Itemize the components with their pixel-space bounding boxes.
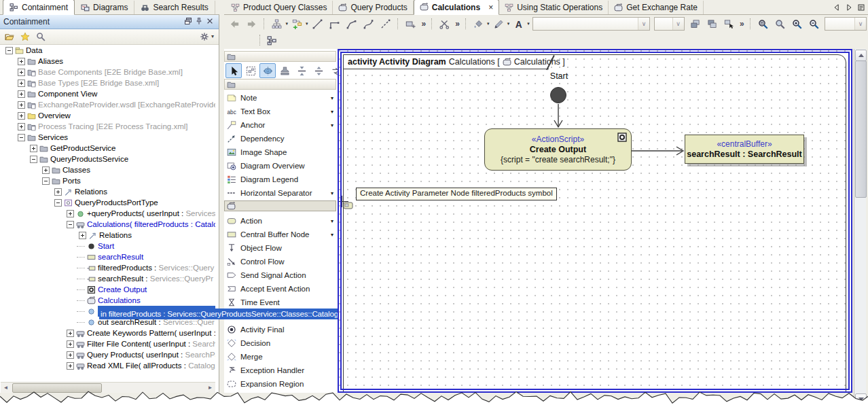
palette-section-tools[interactable]: [224, 51, 336, 62]
fontA-dropdown[interactable]: ▾: [527, 21, 530, 27]
palette-item-dropdown[interactable]: ▾: [331, 122, 333, 128]
bucket-dropdown[interactable]: ▾: [487, 21, 490, 27]
tree-item-aliases[interactable]: Aliases: [1, 56, 215, 67]
action-node-create-output[interactable]: «ActionScript» Create Output {script = "…: [484, 128, 632, 171]
tree-expander[interactable]: [18, 101, 25, 109]
palette-item-control-flow[interactable]: Control Flow: [224, 255, 338, 268]
diagram-canvas[interactable]: activity Activity Diagram Calculations […: [338, 49, 852, 393]
panel-tab-search-results[interactable]: Search Results: [134, 1, 215, 14]
tree-expander[interactable]: [42, 166, 50, 174]
palette-item-decision[interactable]: Decision: [224, 336, 338, 350]
tree-item-queryproducts-userinput[interactable]: +queryProducts( userInput : Services: [1, 208, 215, 219]
palette-item-time-event[interactable]: Time Event: [224, 296, 338, 309]
tree-expander[interactable]: [18, 80, 25, 87]
scrollbar-thumb[interactable]: [855, 60, 867, 198]
scroll-tabs-right-button[interactable]: [845, 2, 853, 12]
tree-expander[interactable]: [67, 351, 74, 359]
nav-fwd-button[interactable]: [244, 16, 259, 32]
tree-expander[interactable]: [67, 221, 74, 228]
tree-item-relations[interactable]: Relations: [1, 230, 215, 241]
select-shape-button[interactable]: [721, 16, 737, 32]
tree-expander[interactable]: [79, 232, 86, 239]
tree-expander[interactable]: [67, 330, 74, 337]
palette-item-image-shape[interactable]: Image Shape: [224, 145, 338, 159]
tree-item-queryproductsporttype[interactable]: QueryProductsPortType: [1, 197, 215, 208]
open-diagram-button[interactable]: [5, 32, 14, 42]
palette-item-note[interactable]: Note▾: [224, 91, 338, 105]
layout-tree-dropdown[interactable]: ▾: [285, 21, 288, 27]
tree-item-overview[interactable]: Overview: [1, 110, 215, 121]
fontA-button[interactable]: A: [511, 16, 526, 32]
line-curve-button[interactable]: [361, 16, 376, 32]
diagram-tab-calculations[interactable]: Calculations×: [414, 0, 499, 15]
tree-expander[interactable]: [18, 134, 25, 141]
tree-expander[interactable]: [67, 362, 74, 370]
tree-item-process-tracing-e2e-process-tracing-xml[interactable]: Process Tracing [E2E Process Tracing.xml…: [1, 121, 215, 132]
palette-item-object-flow[interactable]: Object Flow: [224, 241, 338, 255]
compress-vertical-tool[interactable]: [293, 63, 310, 78]
diagram-tab-get-exchange-rate[interactable]: Get Exchange Rate: [609, 1, 704, 14]
palette-item-dependency[interactable]: Dependency: [224, 132, 338, 145]
scrollbar-thumb[interactable]: [12, 383, 102, 393]
line-oblique-button[interactable]: [344, 16, 359, 32]
central-buffer-node-searchresult[interactable]: «centralBuffer» searchResult : SearchRes…: [685, 135, 804, 164]
tree-item-create-keywords-pattern-userinput[interactable]: Create Keywords Pattern( userInput :: [1, 328, 215, 338]
activity-diagram-frame[interactable]: activity Activity Diagram Calculations […: [343, 54, 846, 393]
favorites-button[interactable]: [20, 32, 30, 42]
settings-button[interactable]: [200, 32, 209, 42]
tree-expander[interactable]: [30, 156, 37, 163]
line-dashed-button[interactable]: [378, 16, 393, 32]
tree-expander[interactable]: [67, 210, 74, 217]
tree-expander[interactable]: [18, 69, 25, 76]
tree-item-relations[interactable]: Relations: [1, 186, 215, 197]
tree-item-base-types-e2e-bridge-base-xml[interactable]: Base Types [E2E Bridge Base.xml]: [1, 77, 215, 88]
palette-item-dropdown[interactable]: ▾: [331, 218, 333, 224]
tree-expander[interactable]: [30, 145, 37, 152]
tree-item-queryproductsservice[interactable]: QueryProductsService: [1, 154, 215, 164]
tree-item-ports[interactable]: Ports: [1, 175, 215, 186]
diagram-tab-query-products[interactable]: Query Products: [333, 1, 413, 14]
palette-item-dropdown[interactable]: ▾: [331, 109, 333, 115]
scroll-down-button[interactable]: [855, 393, 867, 405]
tree-item-query-products-userinput[interactable]: Query Products( userInput : SearchPa: [1, 349, 215, 360]
font-family-combo[interactable]: ∨: [532, 17, 650, 31]
zoom-out-button[interactable]: [806, 16, 822, 32]
layout-tree-button[interactable]: [269, 16, 285, 32]
to-front-button[interactable]: [687, 16, 703, 32]
tree-item-start[interactable]: Start: [1, 241, 215, 251]
palette-item-horizontal-separator[interactable]: Horizontal Separator▾: [224, 186, 338, 200]
font-family-combo-arrow[interactable]: ∨: [638, 18, 649, 30]
pen-button[interactable]: [490, 16, 506, 32]
palette-item-input-pin[interactable]: Input Pin▾: [224, 391, 338, 393]
marquee-selection-tool[interactable]: [242, 63, 259, 78]
palette-item-text-box[interactable]: abcText Box▾: [224, 105, 338, 118]
tree-expander[interactable]: [18, 112, 25, 120]
tree-item-create-output[interactable]: Create Output: [1, 284, 215, 295]
palette-section-activity-diagram[interactable]: [224, 200, 336, 211]
canvas-vertical-scrollbar[interactable]: [854, 49, 866, 405]
palette-item-anchor[interactable]: Anchor▾: [224, 118, 338, 132]
palette-section-common[interactable]: [224, 79, 336, 90]
diagram-tab-product-query-classes[interactable]: Product Query Classes: [225, 1, 333, 14]
tree-expander[interactable]: [18, 58, 25, 65]
line-rect-button[interactable]: [327, 16, 342, 32]
tree-item-services[interactable]: Services: [1, 132, 215, 143]
diagram-tab-using-static-operations[interactable]: Using Static Operations: [499, 1, 609, 14]
font-size-combo[interactable]: ∨: [654, 17, 684, 31]
zoom-combo[interactable]: ∨: [825, 17, 867, 31]
palette-item-diagram-overview[interactable]: Diagram Overview: [224, 159, 338, 173]
add-related-button[interactable]: [289, 16, 305, 32]
tree-item-filter-file-content-userinput[interactable]: Filter File Content( userInput : Search: [1, 338, 215, 349]
tree-item-read-xml-file-allproducts[interactable]: Read XML File( allProducts : Catalog ): [1, 360, 215, 371]
palette-item-merge[interactable]: Merge: [224, 350, 338, 364]
tree-item-data[interactable]: Data: [1, 45, 215, 56]
tree-expander[interactable]: [18, 123, 25, 130]
tree-item-base-components-e2e-bridge-base-xml[interactable]: Base Components [E2E Bridge Base.xml]: [1, 67, 215, 77]
palette-item-accept-event-action[interactable]: Accept Event Action: [224, 282, 338, 296]
scroll-up-button[interactable]: [855, 50, 867, 61]
to-back-button[interactable]: [704, 16, 720, 32]
tree-expander[interactable]: [54, 199, 62, 207]
pen-dropdown[interactable]: ▾: [507, 21, 510, 27]
nav-back-button[interactable]: [227, 16, 242, 32]
pin-window-button[interactable]: [194, 16, 204, 27]
